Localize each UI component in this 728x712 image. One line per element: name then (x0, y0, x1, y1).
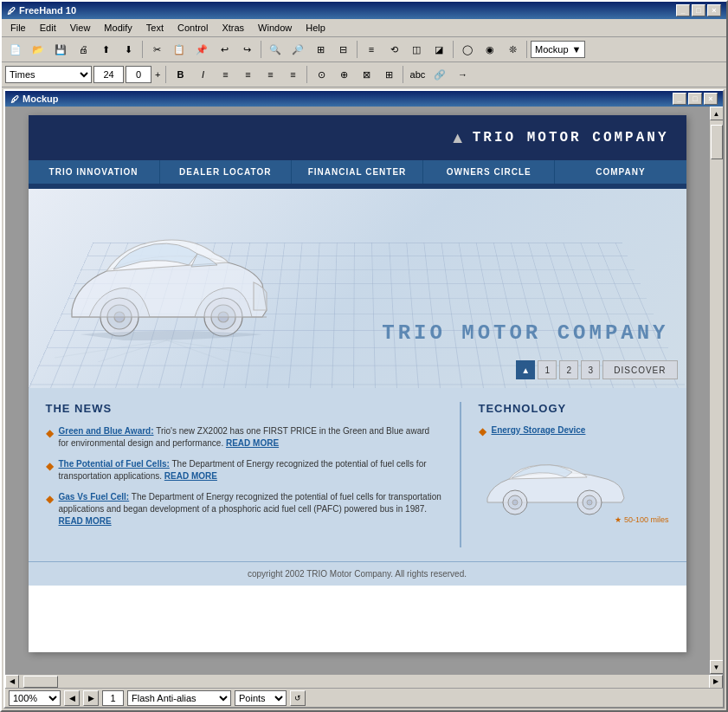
news-link-3[interactable]: Gas Vs Fuel Cell: (59, 492, 130, 502)
svg-line-8 (167, 340, 280, 358)
nav-dealer-locator[interactable]: DEALER LOCATOR (160, 160, 292, 184)
justify-button[interactable]: ≡ (282, 64, 303, 85)
menu-file[interactable]: File (5, 21, 31, 35)
align-right-button[interactable]: ≡ (260, 64, 280, 85)
scroll-up-button[interactable]: ▲ (710, 107, 724, 120)
fit-button[interactable]: ⊞ (310, 39, 331, 60)
text-style3-button[interactable]: ⊠ (356, 64, 377, 85)
align-left-button[interactable]: ≡ (215, 64, 235, 85)
doc-minimize-button[interactable]: _ (673, 93, 686, 105)
canvas[interactable]: ▲ TRIO MOTOR COMPANY TRIO INNOVATION DEA… (5, 107, 709, 674)
news-link-2[interactable]: The Potential of Fuel Cells: (59, 459, 170, 469)
document-dropdown[interactable]: Mockup ▼ (531, 41, 585, 58)
hero-discover-button[interactable]: DISCOVER (602, 360, 677, 379)
page-next-button[interactable]: ▶ (83, 690, 99, 706)
doc-maximize-button[interactable]: □ (688, 93, 702, 105)
page-number-input[interactable] (102, 690, 124, 706)
italic-button[interactable]: I (192, 64, 213, 85)
scroll-track-v[interactable] (710, 120, 723, 660)
tech-range: ★ 50-100 miles (615, 515, 668, 524)
read-more-3[interactable]: READ MORE (59, 516, 112, 526)
text-style2-button[interactable]: ⊕ (333, 64, 354, 85)
hero-page2-button[interactable]: 2 (559, 360, 578, 379)
units-selector[interactable]: Points (235, 690, 287, 706)
paste-button[interactable]: 📌 (191, 39, 212, 60)
copy-button[interactable]: 📋 (169, 39, 190, 60)
group-button[interactable]: ◫ (406, 39, 427, 60)
menu-window[interactable]: Window (253, 21, 297, 35)
minimize-button[interactable]: _ (676, 4, 690, 16)
news-bullet-2: ◆ (46, 459, 54, 482)
read-more-2[interactable]: READ MORE (164, 471, 217, 481)
undo-button[interactable]: ↩ (214, 39, 235, 60)
tech-title: TECHNOLOGY (479, 402, 669, 415)
hero-page3-button[interactable]: 3 (581, 360, 600, 379)
scroll-right-button[interactable]: ▶ (709, 675, 723, 689)
link-button[interactable]: 🔗 (429, 64, 450, 85)
close-button[interactable]: × (707, 4, 721, 16)
font-size-input[interactable]: 24 (93, 66, 124, 83)
kern-input[interactable]: 0 (126, 66, 151, 83)
scroll-thumb-v[interactable] (711, 125, 723, 159)
technology-section: TECHNOLOGY ◆ Energy Storage Device (479, 402, 669, 547)
style-button[interactable]: ❊ (502, 39, 523, 60)
nav-financial-center[interactable]: FINANCIAL CENTER (292, 160, 423, 184)
transform-button[interactable]: ⟲ (383, 39, 404, 60)
scroll-down-button[interactable]: ▼ (710, 660, 724, 674)
text-style1-button[interactable]: ⊙ (311, 64, 332, 85)
new-button[interactable]: 📄 (5, 39, 26, 60)
open-button[interactable]: 📂 (28, 39, 48, 60)
text-flow-button[interactable]: → (452, 64, 473, 85)
text-style4-button[interactable]: ⊞ (378, 64, 399, 85)
vertical-scrollbar[interactable]: ▲ ▼ (709, 107, 723, 674)
footer-text: copyright 2002 TRIO Motor Company. All r… (248, 569, 467, 579)
hero-page1-button[interactable]: 1 (538, 360, 557, 379)
svg-line-7 (55, 340, 167, 358)
menu-control[interactable]: Control (172, 21, 213, 35)
maximize-button[interactable]: □ (692, 4, 705, 16)
zoom-out-button[interactable]: 🔎 (287, 39, 308, 60)
redo-button[interactable]: ↪ (236, 39, 257, 60)
menu-help[interactable]: Help (300, 21, 331, 35)
align-button[interactable]: ≡ (361, 39, 382, 60)
nav-trio-innovation[interactable]: TRIO INNOVATION (29, 160, 160, 184)
save-button[interactable]: 💾 (50, 39, 71, 60)
page-prev-button[interactable]: ◀ (64, 690, 80, 706)
toolbar-sep2 (261, 41, 261, 58)
menu-text[interactable]: Text (141, 21, 169, 35)
cut-button[interactable]: ✂ (146, 39, 167, 60)
menu-xtras[interactable]: Xtras (216, 21, 249, 35)
read-more-1[interactable]: READ MORE (226, 438, 279, 448)
refresh-button[interactable]: ↺ (290, 690, 306, 706)
nav-company[interactable]: COMPANY (555, 160, 686, 184)
align-center-button[interactable]: ≡ (237, 64, 258, 85)
import-button[interactable]: ⬆ (95, 39, 116, 60)
stroke-button[interactable]: ◯ (457, 39, 478, 60)
hero-prev-button[interactable]: ▲ (516, 360, 535, 379)
news-link-1[interactable]: Green and Blue Award: (59, 426, 154, 436)
ungroup-button[interactable]: ◪ (428, 39, 449, 60)
zoom-in-button[interactable]: 🔍 (265, 39, 286, 60)
zoom-selector[interactable]: 100% (9, 690, 61, 706)
news-section: THE NEWS ◆ Green and Blue Award: Trio's … (46, 402, 442, 547)
text-sep2 (306, 66, 307, 83)
spell-button[interactable]: abc (407, 64, 428, 85)
menu-edit[interactable]: Edit (35, 21, 61, 35)
fill-button[interactable]: ◉ (480, 39, 500, 60)
tech-link-1[interactable]: Energy Storage Device (492, 425, 586, 437)
export-button[interactable]: ⬇ (118, 39, 139, 60)
scroll-thumb-h[interactable] (23, 676, 58, 688)
news-item-1: ◆ Green and Blue Award: Trio's new ZX200… (46, 425, 442, 450)
print-button[interactable]: 🖨 (73, 39, 93, 60)
doc-close-button[interactable]: × (704, 93, 718, 105)
bold-button[interactable]: B (170, 64, 190, 85)
menu-modify[interactable]: Modify (99, 21, 137, 35)
render-mode-selector[interactable]: Flash Anti-alias (127, 690, 231, 706)
grid-button[interactable]: ⊟ (332, 39, 353, 60)
scroll-track-h[interactable] (19, 675, 709, 688)
nav-owners-circle[interactable]: OWNERS CIRCLE (423, 160, 555, 184)
font-selector[interactable]: Times (5, 66, 92, 83)
horizontal-scrollbar[interactable]: ◀ ▶ (5, 674, 723, 688)
menu-view[interactable]: View (65, 21, 96, 35)
scroll-left-button[interactable]: ◀ (5, 675, 19, 689)
